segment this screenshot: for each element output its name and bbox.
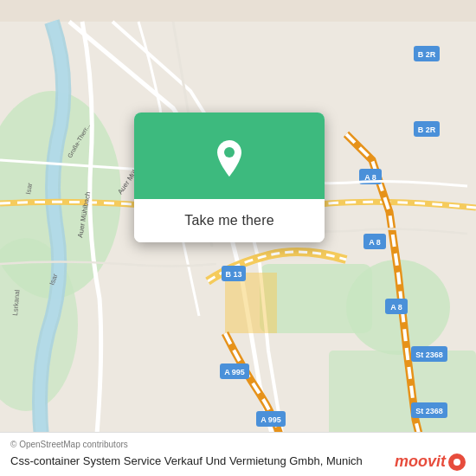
svg-rect-5 [329,351,476,437]
location-card: Take me there [134,113,325,242]
map-attribution: © OpenStreetMap contributors [10,440,466,449]
moovit-logo: moovit [395,453,466,471]
card-header [134,113,325,199]
svg-text:St 2368: St 2368 [415,351,443,359]
svg-text:B 13: B 13 [225,270,241,279]
take-me-there-button[interactable]: Take me there [134,199,325,242]
svg-text:B 2R: B 2R [418,50,436,59]
svg-text:A 995: A 995 [261,415,281,424]
svg-text:A 8: A 8 [390,303,402,312]
svg-text:B 2R: B 2R [418,125,436,134]
map-container: B 2R B 2R A 8 A 8 A 8 B 13 A 995 A 995 S… [0,0,476,476]
svg-text:A 995: A 995 [224,368,245,376]
bottom-info: Css-container System Service Verkauf Und… [10,453,466,471]
moovit-logo-text: moovit [395,453,446,471]
svg-point-32 [224,147,235,158]
bottom-bar: © OpenStreetMap contributors Css-contain… [0,432,476,476]
svg-text:A 8: A 8 [369,238,381,247]
location-pin-icon [207,137,252,182]
location-name: Css-container System Service Verkauf Und… [10,454,386,469]
svg-text:St 2368: St 2368 [415,407,443,415]
moovit-logo-dot [448,453,466,471]
